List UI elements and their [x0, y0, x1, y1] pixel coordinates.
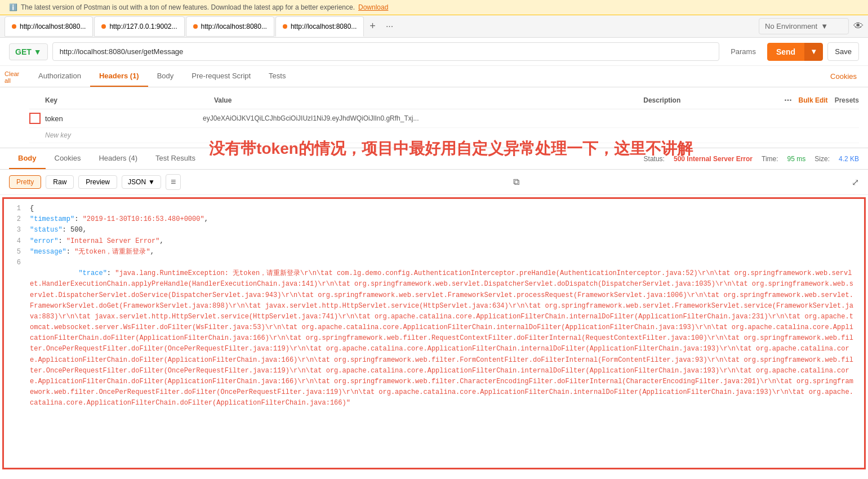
json-line-2: 2 "timestamp": "2019-11-30T10:16:53.480+… — [13, 214, 855, 225]
add-tab-button[interactable]: + — [365, 20, 380, 32]
tab-4-dot — [283, 24, 287, 29]
response-area: Body Cookies Headers (4) Test Results St… — [0, 148, 868, 472]
status-label: Status: — [644, 155, 665, 163]
resp-tab-test-results[interactable]: Test Results — [146, 148, 204, 169]
bulk-edit-button[interactable]: Bulk Edit — [799, 96, 828, 104]
col-actions: ··· Bulk Edit Presets — [784, 95, 859, 105]
update-banner: ℹ️ The latest version of Postman is out … — [0, 0, 868, 15]
tab-headers[interactable]: Headers (1) — [90, 66, 148, 87]
json-response-content: 1 { 2 "timestamp": "2019-11-30T10:16:53.… — [2, 197, 866, 469]
format-selector[interactable]: JSON ▼ — [122, 175, 161, 189]
method-label: GET — [15, 47, 32, 56]
desc-column-header: Description — [643, 96, 784, 104]
request-tabs: Authorization Headers (1) Body Pre-reque… — [0, 66, 868, 87]
info-icon: ℹ️ — [9, 3, 17, 11]
json-line-5: 5 "message": "无token，请重新登录", — [13, 247, 855, 258]
json-line-6: 6 "trace": "java.lang.RuntimeException: … — [13, 258, 855, 420]
tab-3-dot — [193, 24, 198, 29]
key-column-header: Key — [45, 96, 214, 104]
more-icon[interactable]: ··· — [784, 95, 791, 105]
value-column-header: Value — [214, 96, 643, 104]
env-label: No Environment — [765, 22, 817, 30]
send-dropdown-button[interactable]: ▼ — [804, 43, 823, 61]
resp-body-toolbar: Pretty Raw Preview JSON ▼ ≡ ⧉ ⤢ — [0, 170, 868, 195]
format-chevron-icon: ▼ — [148, 178, 155, 186]
resp-tab-body[interactable]: Body — [9, 148, 46, 169]
pretty-button[interactable]: Pretty — [9, 175, 41, 189]
tab-authorization[interactable]: Authorization — [29, 66, 90, 87]
save-button[interactable]: Save — [827, 42, 859, 61]
json-line-1: 1 { — [13, 203, 855, 214]
new-header-row: New key — [29, 128, 859, 143]
tab-2-dot — [101, 24, 106, 29]
tab-prerequest[interactable]: Pre-request Script — [182, 66, 260, 87]
format-label: JSON — [128, 178, 146, 186]
tab-body[interactable]: Body — [148, 66, 183, 87]
token-checkbox[interactable] — [29, 113, 41, 124]
eye-icon[interactable]: 👁 — [853, 20, 863, 32]
copy-button[interactable]: ⧉ — [513, 177, 519, 187]
response-tabs: Body Cookies Headers (4) Test Results St… — [0, 148, 868, 170]
environment-selector[interactable]: No Environment ▼ — [759, 18, 849, 34]
resp-tab-headers[interactable]: Headers (4) — [90, 148, 146, 169]
new-key-placeholder[interactable]: New key — [45, 131, 71, 139]
params-button[interactable]: Params — [724, 44, 763, 59]
tab-3-label: http://localhost:8080... — [201, 23, 267, 30]
tab-2[interactable]: http://127.0.0.1:9002... — [94, 16, 184, 37]
token-value: eyJ0eXAiOiJKV1QiLCJhbGciOiJIUzI1NiJ9.eyJ… — [203, 114, 859, 122]
method-selector[interactable]: GET ▼ — [9, 43, 48, 60]
json-line-3: 3 "status": 500, — [13, 225, 855, 236]
time-label: Time: — [762, 155, 778, 163]
table-header-row: Key Value Description ··· Bulk Edit Pres… — [29, 92, 859, 109]
main-content: Clear all Authorization Headers (1) Body… — [0, 66, 868, 472]
status-value: 500 Internal Server Error — [674, 155, 753, 163]
send-button[interactable]: Send — [767, 43, 804, 61]
tab-4-label: http://localhost:8080... — [291, 23, 357, 30]
tab-tests[interactable]: Tests — [260, 66, 295, 87]
more-tabs-button[interactable]: ··· — [381, 21, 398, 32]
tab-1-label: http://localhost:8080... — [20, 23, 86, 30]
banner-text: The latest version of Postman is out wit… — [21, 3, 355, 11]
left-sidebar: Clear all — [0, 66, 27, 88]
tab-bar: http://localhost:8080... http://127.0.0.… — [0, 15, 868, 38]
token-key: token — [45, 114, 203, 123]
time-value: 95 ms — [787, 155, 806, 163]
request-bar: GET ▼ Params Send ▼ Save — [0, 38, 868, 66]
size-label: Size: — [814, 155, 830, 163]
maximize-button[interactable]: ⤢ — [852, 177, 859, 188]
header-row-token: token eyJ0eXAiOiJKV1QiLCJhbGciOiJIUzI1Ni… — [29, 109, 859, 128]
tab-3[interactable]: http://localhost:8080... — [186, 16, 274, 37]
presets-button[interactable]: Presets — [835, 96, 859, 104]
url-input[interactable] — [52, 42, 719, 61]
tab-2-label: http://127.0.0.1:9002... — [109, 23, 177, 30]
size-value: 4.2 KB — [839, 155, 859, 163]
json-line-4: 4 "error": "Internal Server Error", — [13, 236, 855, 247]
download-link[interactable]: Download — [358, 3, 388, 11]
tab-1[interactable]: http://localhost:8080... — [5, 16, 93, 37]
clear-all-button[interactable]: Clear all — [2, 68, 25, 86]
resp-tab-cookies[interactable]: Cookies — [46, 148, 90, 169]
tab-4[interactable]: http://localhost:8080... — [275, 16, 364, 37]
cookies-link[interactable]: Cookies — [830, 72, 857, 81]
headers-table: Key Value Description ··· Bulk Edit Pres… — [0, 87, 868, 148]
wrap-button[interactable]: ≡ — [166, 174, 181, 190]
tab-1-dot — [12, 24, 16, 29]
method-chevron-icon: ▼ — [34, 47, 42, 56]
raw-button[interactable]: Raw — [46, 175, 74, 189]
env-chevron-icon: ▼ — [821, 22, 828, 30]
status-area: Status: 500 Internal Server Error Time: … — [644, 155, 859, 163]
preview-button[interactable]: Preview — [78, 175, 117, 189]
